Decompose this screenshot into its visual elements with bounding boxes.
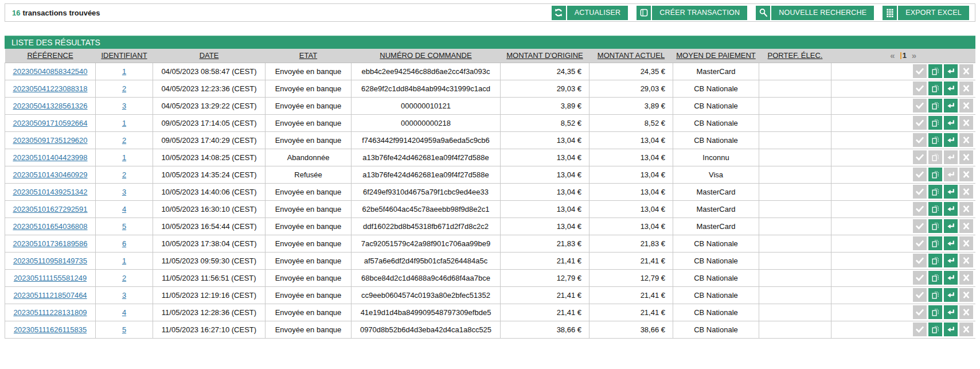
identifiant-link[interactable]: 3 bbox=[122, 291, 126, 300]
duplicate-action-icon[interactable] bbox=[928, 323, 942, 336]
refund-action-icon[interactable] bbox=[944, 64, 958, 78]
reference-link[interactable]: 202305091710592664 bbox=[13, 119, 87, 127]
identifiant-link[interactable]: 5 bbox=[122, 222, 126, 231]
reference-link[interactable]: 202305111228131809 bbox=[13, 308, 87, 317]
reference-link[interactable]: 202305101627292591 bbox=[13, 205, 87, 213]
identifiant-link[interactable]: 2 bbox=[122, 274, 126, 282]
reference-link[interactable]: 202305041328561326 bbox=[13, 102, 87, 110]
column-header-identifiant[interactable]: IDENTIFIANT bbox=[96, 49, 153, 63]
table-row: 202305041223088318 2 04/05/2023 12:23:36… bbox=[5, 80, 976, 97]
column-header-montant-actuel[interactable]: MONTANT ACTUEL bbox=[589, 49, 673, 63]
identifiant-link[interactable]: 3 bbox=[122, 102, 126, 110]
duplicate-action-icon[interactable] bbox=[928, 236, 942, 250]
montant-actuel-cell: 3,89 € bbox=[589, 97, 673, 114]
cancel-action-icon bbox=[959, 133, 973, 147]
reference-cell: 202305101654036808 bbox=[5, 217, 96, 235]
new-search-button[interactable]: NOUVELLE RECHERCHE bbox=[771, 6, 874, 20]
duplicate-action-icon[interactable] bbox=[928, 168, 942, 181]
duplicate-action-icon[interactable] bbox=[928, 288, 942, 302]
row-actions-cell bbox=[831, 149, 976, 166]
duplicate-action-icon[interactable] bbox=[928, 202, 942, 216]
refund-action-icon[interactable] bbox=[944, 99, 958, 112]
identifiant-link[interactable]: 2 bbox=[122, 84, 126, 93]
column-header-date[interactable]: DATE bbox=[153, 49, 266, 63]
column-header-portefeuille[interactable]: PORTEF. ÉLEC. bbox=[759, 49, 831, 63]
refund-action-icon[interactable] bbox=[944, 219, 958, 233]
reference-link[interactable]: 202305111626115835 bbox=[14, 325, 87, 334]
duplicate-action-icon[interactable] bbox=[928, 99, 942, 112]
reference-link[interactable]: 202305091735129620 bbox=[13, 136, 87, 145]
refund-action-icon[interactable] bbox=[944, 236, 958, 250]
montant-actuel-cell: 8,52 € bbox=[589, 114, 673, 131]
duplicate-action-icon[interactable] bbox=[928, 185, 942, 199]
export-excel-button[interactable]: EXPORT EXCEL bbox=[898, 6, 969, 20]
identifiant-link[interactable]: 4 bbox=[122, 308, 126, 317]
duplicate-action-icon[interactable] bbox=[928, 116, 942, 130]
refund-action-icon[interactable] bbox=[944, 185, 958, 199]
montant-origine-cell: 21,83 € bbox=[501, 235, 589, 252]
etat-cell: Envoyée en banque bbox=[266, 97, 352, 114]
duplicate-action-icon[interactable] bbox=[928, 219, 942, 233]
current-page[interactable]: 1 bbox=[900, 51, 907, 60]
column-header-numero-commande[interactable]: NUMÉRO DE COMMANDE bbox=[352, 49, 501, 63]
refund-action-icon[interactable] bbox=[944, 116, 958, 130]
reference-link[interactable]: 202305101404423998 bbox=[13, 153, 87, 162]
identifiant-link[interactable]: 1 bbox=[122, 257, 126, 265]
reference-cell: 202305091710592664 bbox=[5, 114, 96, 131]
refund-action-icon[interactable] bbox=[944, 271, 958, 285]
reference-link[interactable]: 202305101654036808 bbox=[13, 222, 87, 231]
refund-action-icon[interactable] bbox=[944, 133, 958, 147]
identifiant-link[interactable]: 1 bbox=[122, 119, 126, 127]
reference-link[interactable]: 202305110958149735 bbox=[13, 257, 87, 265]
duplicate-action-icon[interactable] bbox=[928, 254, 942, 267]
create-transaction-button[interactable]: CRÉER TRANSACTION bbox=[652, 6, 747, 20]
refund-action-icon[interactable] bbox=[944, 202, 958, 216]
etat-cell: Envoyée en banque bbox=[266, 183, 352, 200]
refund-action-icon[interactable] bbox=[944, 305, 958, 319]
create-transaction-icon[interactable] bbox=[637, 6, 651, 20]
identifiant-link[interactable]: 3 bbox=[122, 188, 126, 196]
table-header-row: RÉFÉRENCE IDENTIFIANT DATE ETAT NUMÉRO D… bbox=[5, 49, 976, 63]
row-actions-cell bbox=[831, 286, 976, 304]
next-page-icon[interactable]: » bbox=[912, 51, 916, 60]
previous-page-icon[interactable]: « bbox=[890, 51, 895, 60]
duplicate-action-icon[interactable] bbox=[928, 64, 942, 78]
identifiant-link[interactable]: 1 bbox=[122, 67, 126, 76]
reference-link[interactable]: 202305040858342540 bbox=[13, 67, 87, 76]
reference-cell: 202305040858342540 bbox=[5, 63, 96, 80]
identifiant-link[interactable]: 5 bbox=[122, 325, 126, 334]
duplicate-action-icon[interactable] bbox=[928, 305, 942, 319]
identifiant-link[interactable]: 6 bbox=[122, 239, 126, 248]
excel-grid-icon[interactable] bbox=[883, 6, 897, 20]
refund-action-icon[interactable] bbox=[944, 323, 958, 336]
reference-link[interactable]: 202305041223088318 bbox=[13, 84, 87, 93]
identifiant-link[interactable]: 2 bbox=[122, 170, 126, 179]
etat-cell: Envoyée en banque bbox=[266, 321, 352, 338]
refresh-icon[interactable] bbox=[552, 6, 566, 20]
duplicate-action-icon[interactable] bbox=[928, 271, 942, 285]
reference-link[interactable]: 202305101439251342 bbox=[13, 188, 87, 196]
reference-link[interactable]: 202305111218507464 bbox=[13, 291, 87, 300]
identifiant-link[interactable]: 1 bbox=[122, 153, 126, 162]
column-header-montant-origine[interactable]: MONTANT D'ORIGINE bbox=[501, 49, 589, 63]
column-header-reference[interactable]: RÉFÉRENCE bbox=[5, 49, 96, 63]
identifiant-link[interactable]: 4 bbox=[122, 205, 126, 213]
montant-origine-cell: 21,41 € bbox=[501, 252, 589, 269]
refresh-button[interactable]: ACTUALISER bbox=[567, 6, 628, 20]
identifiant-link[interactable]: 2 bbox=[122, 136, 126, 145]
column-header-etat[interactable]: ETAT bbox=[266, 49, 352, 63]
refund-action-icon[interactable] bbox=[944, 254, 958, 267]
reference-link[interactable]: 202305101736189586 bbox=[13, 239, 87, 248]
reference-link[interactable]: 202305101430460929 bbox=[13, 170, 87, 179]
search-icon[interactable] bbox=[756, 6, 770, 20]
duplicate-action-icon[interactable] bbox=[928, 133, 942, 147]
duplicate-action-icon[interactable] bbox=[928, 81, 942, 95]
cancel-action-icon bbox=[959, 150, 973, 164]
results-tbody: 202305040858342540 1 04/05/2023 08:58:47… bbox=[5, 63, 976, 338]
refund-action-icon[interactable] bbox=[944, 288, 958, 302]
reference-link[interactable]: 202305111155581249 bbox=[14, 274, 87, 282]
column-header-moyen-paiement[interactable]: MOYEN DE PAIEMENT bbox=[673, 49, 759, 63]
row-actions-cell bbox=[831, 63, 976, 80]
row-actions-cell bbox=[831, 235, 976, 252]
refund-action-icon[interactable] bbox=[944, 81, 958, 95]
